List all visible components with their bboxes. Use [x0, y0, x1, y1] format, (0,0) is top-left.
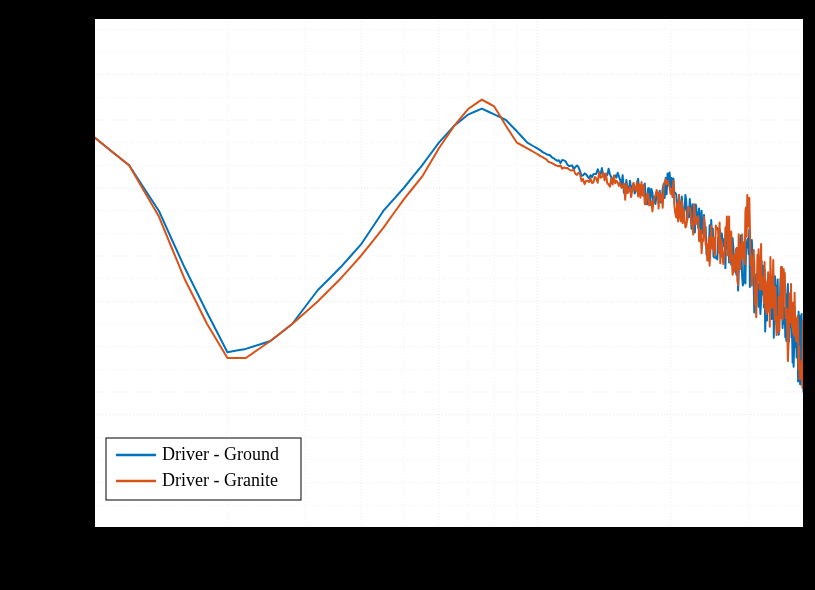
series-driver-ground [94, 109, 804, 392]
legend-label: Driver - Ground [162, 444, 279, 464]
legend: Driver - GroundDriver - Granite [106, 438, 301, 500]
chart-plot-area: Driver - GroundDriver - Granite [94, 18, 804, 528]
legend-label: Driver - Granite [162, 470, 278, 490]
